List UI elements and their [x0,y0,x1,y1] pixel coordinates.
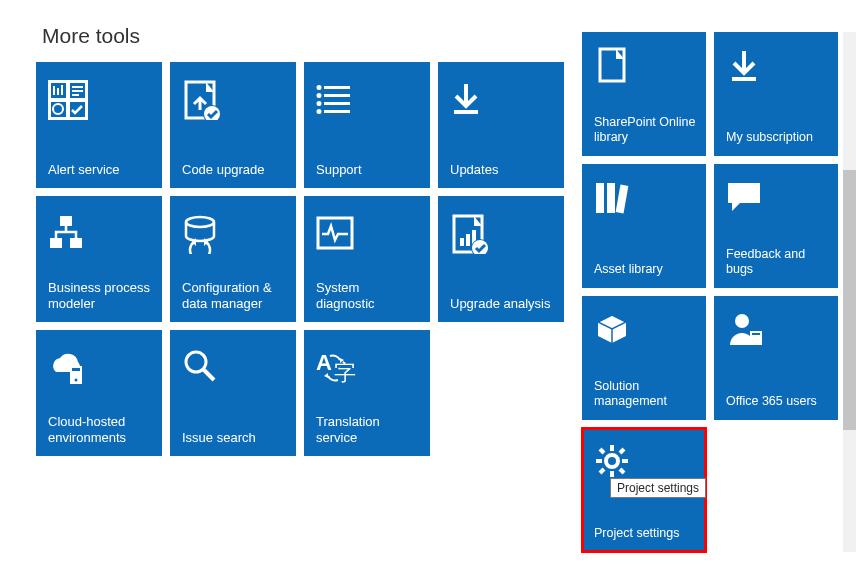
tooltip: Project settings [610,478,706,498]
tile-subscription[interactable]: My subscription [714,32,838,156]
tile-solution[interactable]: Solution management [582,296,706,420]
issue-search-icon [182,340,284,396]
tile-cloud-env[interactable]: Cloud-hosted environments [36,330,162,456]
translation-icon [316,340,418,396]
page-title: More tools [42,24,140,48]
sys-diag-icon [316,206,418,262]
tile-bpm[interactable]: Business process modeler [36,196,162,322]
scroll-thumb[interactable] [843,170,856,430]
tile-sys-diag[interactable]: System diagnostic [304,196,430,322]
tile-label: Updates [450,162,554,178]
tile-label: Upgrade analysis [450,296,554,312]
tile-alert-service[interactable]: Alert service [36,62,162,188]
tile-code-upgrade[interactable]: Code upgrade [170,62,296,188]
tile-label: Business process modeler [48,280,152,313]
tile-label: Code upgrade [182,162,286,178]
vertical-scrollbar[interactable] [843,32,856,552]
tile-label: Alert service [48,162,152,178]
tile-asset-library[interactable]: Asset library [582,164,706,288]
tile-label: Solution management [594,379,696,410]
tile-label: Feedback and bugs [726,247,828,278]
alert-service-icon [48,72,150,128]
tile-label: Support [316,162,420,178]
subscription-icon [726,42,826,92]
tile-label: My subscription [726,130,828,146]
tile-o365-users[interactable]: Office 365 users [714,296,838,420]
tile-label: Cloud-hosted environments [48,414,152,447]
tile-settings[interactable]: Project settingsProject settings [582,428,706,552]
tile-issue-search[interactable]: Issue search [170,330,296,456]
tile-label: Translation service [316,414,420,447]
tile-support[interactable]: Support [304,62,430,188]
tile-label: Project settings [594,526,696,542]
sharepoint-doc-icon [594,42,694,92]
tile-label: SharePoint Online library [594,115,696,146]
side-tools-panel: SharePoint Online libraryMy subscription… [582,32,840,552]
tile-updates[interactable]: Updates [438,62,564,188]
upgrade-analysis-icon [450,206,552,262]
cloud-env-icon [48,340,150,396]
o365-users-icon [726,306,826,356]
tile-label: Asset library [594,262,696,278]
support-icon [316,72,418,128]
tile-feedback[interactable]: Feedback and bugs [714,164,838,288]
tile-label: Configuration & data manager [182,280,286,313]
tile-translation[interactable]: Translation service [304,330,430,456]
bpm-icon [48,206,150,262]
more-tools-panel: Alert serviceCode upgradeSupportUpdatesB… [36,62,566,456]
updates-icon [450,72,552,128]
tile-sharepoint-doc[interactable]: SharePoint Online library [582,32,706,156]
tile-upgrade-analysis[interactable]: Upgrade analysis [438,196,564,322]
asset-library-icon [594,174,694,224]
tile-label: Office 365 users [726,394,828,410]
tile-label: Issue search [182,430,286,446]
feedback-icon [726,174,826,224]
tile-config-data[interactable]: Configuration & data manager [170,196,296,322]
config-data-icon [182,206,284,262]
solution-icon [594,306,694,356]
tile-label: System diagnostic [316,280,420,313]
code-upgrade-icon [182,72,284,128]
